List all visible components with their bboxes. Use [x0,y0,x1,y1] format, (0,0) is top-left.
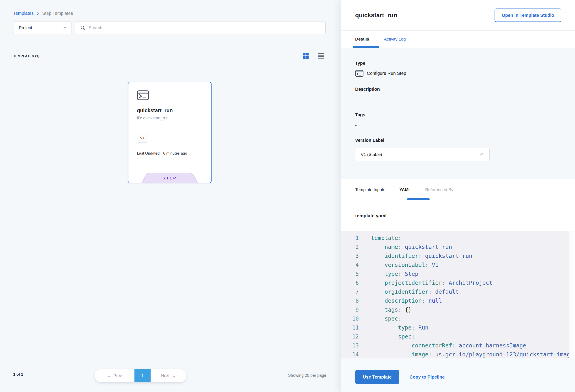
tab-details[interactable]: Details [355,37,369,42]
yaml-code-line: 11 type: Run [341,323,575,332]
tab-activity-log[interactable]: Activity Log [384,37,406,42]
yaml-code-lines: 1template:2 name: quickstart_run3 identi… [341,234,575,358]
terminal-icon [355,70,363,77]
step-type-badge: STEP [141,173,198,183]
tags-label: Tags [355,112,561,117]
templates-list-pane: Templates Step Templates Project TEMPLAT… [0,0,341,392]
templates-count-label: TEMPLATES (1) [13,54,39,58]
details-tabs-row: Details Activity Log [341,31,575,48]
pager: ← Prev 1 Next → [95,369,186,382]
yaml-code-line: 9 tags: {} [341,305,575,314]
yaml-filename: template.yaml [355,213,386,218]
prev-label: Prev [113,373,122,378]
use-template-button[interactable]: Use Template [355,370,399,384]
chevron-down-icon [62,25,67,31]
per-page-label: Showing 20 per page [288,373,326,378]
yaml-code-line: 3 identifier: quickstart_run [341,252,575,260]
breadcrumb-templates-link[interactable]: Templates [13,11,34,16]
copy-to-pipeline-link[interactable]: Copy to Pipeline [410,374,445,380]
description-value: - [355,97,561,102]
yaml-code-line: 6 projectIdentifier: ArchitProject [341,278,575,287]
indent-guide [371,243,371,358]
version-label: Version Label [355,138,561,143]
prev-page-button[interactable]: ← Prev [95,369,134,382]
yaml-code-line: 8 description: null [341,296,575,305]
open-in-template-studio-button[interactable]: Open in Template Studio [495,8,561,22]
search-box [75,21,326,34]
drawer-footer: Use Template Copy to Pipeline [341,358,575,392]
template-details-drawer: quickstart_run Open in Template Studio D… [341,0,575,392]
last-updated-value: 8 minutes ago [163,151,187,156]
card-last-updated: Last Updated 8 minutes ago [137,151,203,156]
tags-value: - [355,123,561,128]
yaml-code-line: 12 spec: [341,332,575,341]
templates-section-header: TEMPLATES (1) [13,51,324,61]
search-icon [80,25,86,31]
step-type-badge-label: STEP [142,173,198,183]
version-dropdown[interactable]: V1 (Stable) [355,148,490,161]
next-label: Next [161,373,169,378]
tab-referenced-by[interactable]: Referenced By [425,187,453,192]
yaml-code-editor[interactable]: 1template:2 name: quickstart_run3 identi… [341,231,575,358]
yaml-code-line: 10 spec: [341,314,575,323]
editor-scrollbar[interactable] [569,231,575,358]
description-label: Description [355,87,561,92]
template-card[interactable]: quickstart_run ID: quickstart_run V1 Las… [128,82,212,183]
yaml-file-header: template.yaml [341,200,575,231]
yaml-code-line: 2 name: quickstart_run [341,243,575,252]
list-view-icon[interactable] [318,53,324,59]
breadcrumb-current: Step Templates [42,11,73,16]
tab-yaml[interactable]: YAML [399,187,411,192]
page-1-button[interactable]: 1 [134,369,151,382]
next-arrow-icon: → [172,373,176,378]
card-version-chip: V1 [137,134,148,143]
terminal-icon [137,90,149,100]
yaml-code-line: 7 orgIdentifier: default [341,287,575,296]
next-page-button[interactable]: Next → [151,369,186,382]
type-label: Type [355,61,561,66]
list-controls: Project [13,21,326,34]
indent-guide [385,323,385,358]
type-value: Configure Run Step [367,71,406,76]
card-title: quickstart_run [137,108,203,114]
scope-dropdown-value: Project [19,25,32,30]
active-subtab-underline [407,198,430,200]
breadcrumb: Templates Step Templates [13,9,73,18]
details-section: Type Configure Run Step Description - Ta… [341,48,575,179]
yaml-tabs-row: Template Inputs YAML Referenced By [341,179,575,200]
tab-template-inputs[interactable]: Template Inputs [355,187,385,192]
yaml-code-line: 1template: [341,234,575,243]
yaml-code-line: 4 versionLabel: V1 [341,260,575,270]
breadcrumb-chevron-icon [35,11,40,16]
scope-dropdown[interactable]: Project [13,21,72,34]
chevron-down-icon [479,151,484,158]
pagination-summary: 1 of 1 [13,372,23,377]
indent-guide [399,341,399,358]
last-updated-label: Last Updated [137,151,160,156]
drawer-title: quickstart_run [355,12,397,19]
card-id: ID: quickstart_run [137,116,203,120]
card-divider [137,127,203,127]
version-dropdown-value: V1 (Stable) [361,152,382,157]
grid-view-icon[interactable] [303,52,309,59]
search-input[interactable] [89,25,321,30]
yaml-code-line: 14 image: us.gcr.io/playground-123/quick… [341,350,575,358]
yaml-code-line: 5 type: Step [341,270,575,278]
drawer-header: quickstart_run Open in Template Studio [341,0,575,31]
active-tab-underline [353,46,379,48]
prev-arrow-icon: ← [107,373,111,378]
yaml-code-line: 13 connectorRef: account.harnessImage [341,341,575,350]
